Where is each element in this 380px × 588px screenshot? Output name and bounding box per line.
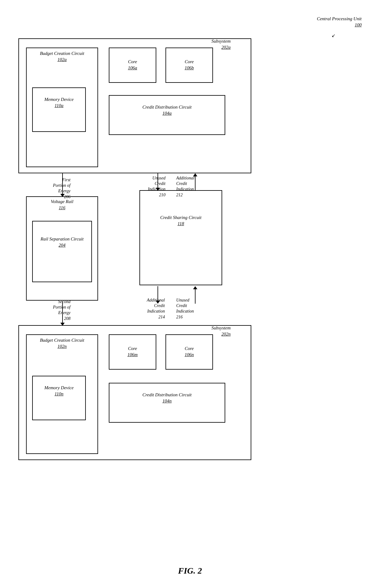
core-a-label: Core 106a [109, 59, 156, 71]
second-portion-label: SecondPortion ofEnergy 208 [31, 299, 70, 321]
credit-dist-n-label: Credit Distribution Circuit 104n [109, 392, 225, 404]
credit-dist-a-label: Credit Distribution Circuit 104a [109, 104, 225, 116]
subsystem-n-label: Subsystem 202n [211, 325, 231, 337]
cpu-label: Central Processing Unit 100 [317, 16, 362, 28]
memory-a-label: Memory Device 110a [37, 97, 81, 109]
budget-circuit-n-label: Budget Creation Circuit 102n [31, 337, 93, 349]
figure-label: FIG. 2 [0, 566, 380, 576]
additional-212-arrow [193, 173, 197, 191]
memory-n-box [32, 376, 86, 420]
additional-214-arrow [156, 286, 160, 304]
credit-sharing-box [139, 190, 222, 285]
core-m-label: Core 106m [109, 346, 156, 358]
budget-circuit-a-label: Budget Creation Circuit 102a [31, 51, 93, 63]
first-portion-arrow [60, 173, 65, 197]
core-b-label: Core 106b [165, 59, 213, 71]
cpu-arrow: ↙ [332, 33, 336, 38]
credit-sharing-label: Credit Sharing Circuit 118 [139, 215, 222, 227]
subsystem-a-label: Subsystem 202a [211, 38, 231, 50]
voltage-rail-label: Voltage Rail 116 [28, 199, 96, 211]
memory-n-label: Memory Device 110n [37, 385, 81, 397]
rail-sep-label: Rail Separation Circuit 204 [35, 236, 89, 248]
rail-sep-box [32, 221, 92, 282]
unused-216-arrow [193, 286, 197, 304]
unused-210-arrow [156, 173, 160, 191]
memory-a-box [32, 87, 86, 132]
core-n-label: Core 106n [165, 346, 213, 358]
